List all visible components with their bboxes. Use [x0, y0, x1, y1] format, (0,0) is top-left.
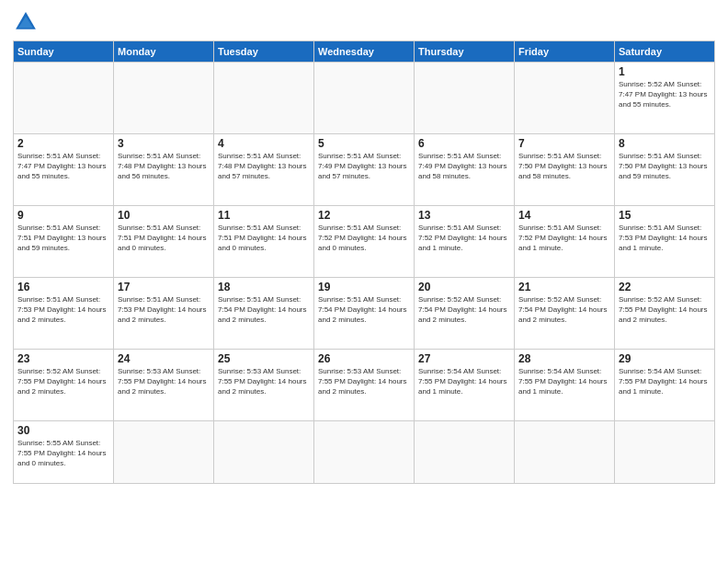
- day-info: Sunrise: 5:54 AM Sunset: 7:55 PM Dayligh…: [518, 366, 610, 397]
- calendar-cell: 19Sunrise: 5:51 AM Sunset: 7:54 PM Dayli…: [314, 278, 415, 350]
- day-info: Sunrise: 5:51 AM Sunset: 7:52 PM Dayligh…: [318, 223, 410, 254]
- calendar-table: SundayMondayTuesdayWednesdayThursdayFrid…: [13, 40, 715, 484]
- page: SundayMondayTuesdayWednesdayThursdayFrid…: [0, 0, 728, 563]
- day-number: 6: [418, 137, 510, 150]
- day-number: 29: [619, 352, 711, 365]
- day-number: 4: [218, 137, 310, 150]
- calendar-cell: 21Sunrise: 5:52 AM Sunset: 7:54 PM Dayli…: [515, 278, 615, 350]
- day-info: Sunrise: 5:51 AM Sunset: 7:53 PM Dayligh…: [619, 223, 711, 254]
- weekday-header-tuesday: Tuesday: [214, 41, 314, 63]
- calendar-cell: [214, 421, 314, 484]
- day-number: 30: [17, 424, 109, 437]
- day-info: Sunrise: 5:54 AM Sunset: 7:55 PM Dayligh…: [418, 366, 510, 397]
- day-number: 28: [518, 352, 610, 365]
- day-info: Sunrise: 5:55 AM Sunset: 7:55 PM Dayligh…: [17, 438, 109, 469]
- calendar-cell: 25Sunrise: 5:53 AM Sunset: 7:55 PM Dayli…: [214, 350, 314, 421]
- calendar-cell: 22Sunrise: 5:52 AM Sunset: 7:55 PM Dayli…: [615, 278, 715, 350]
- calendar-cell: [515, 63, 615, 134]
- day-info: Sunrise: 5:53 AM Sunset: 7:55 PM Dayligh…: [318, 366, 410, 397]
- day-number: 14: [518, 209, 610, 222]
- weekday-header-saturday: Saturday: [615, 41, 715, 63]
- weekday-header-wednesday: Wednesday: [314, 41, 415, 63]
- day-number: 27: [418, 352, 510, 365]
- calendar-cell: 4Sunrise: 5:51 AM Sunset: 7:48 PM Daylig…: [214, 134, 314, 206]
- day-number: 21: [518, 281, 610, 293]
- calendar-cell: 17Sunrise: 5:51 AM Sunset: 7:53 PM Dayli…: [114, 278, 214, 350]
- calendar-cell: 10Sunrise: 5:51 AM Sunset: 7:51 PM Dayli…: [114, 206, 214, 278]
- calendar-cell: [415, 63, 515, 134]
- logo: [13, 9, 42, 35]
- day-info: Sunrise: 5:52 AM Sunset: 7:55 PM Dayligh…: [17, 366, 109, 397]
- calendar-cell: [114, 421, 214, 484]
- logo-icon: [13, 9, 39, 35]
- calendar-cell: 15Sunrise: 5:51 AM Sunset: 7:53 PM Dayli…: [615, 206, 715, 278]
- calendar-cell: 23Sunrise: 5:52 AM Sunset: 7:55 PM Dayli…: [14, 350, 114, 421]
- calendar-cell: [314, 421, 415, 484]
- day-number: 7: [518, 137, 610, 150]
- calendar-cell: 24Sunrise: 5:53 AM Sunset: 7:55 PM Dayli…: [114, 350, 214, 421]
- day-number: 13: [418, 209, 510, 222]
- day-number: 2: [17, 137, 109, 150]
- calendar-cell: 27Sunrise: 5:54 AM Sunset: 7:55 PM Dayli…: [415, 350, 515, 421]
- day-info: Sunrise: 5:51 AM Sunset: 7:51 PM Dayligh…: [17, 223, 109, 254]
- day-info: Sunrise: 5:51 AM Sunset: 7:52 PM Dayligh…: [518, 223, 610, 254]
- weekday-header-monday: Monday: [114, 41, 214, 63]
- calendar-cell: 2Sunrise: 5:51 AM Sunset: 7:47 PM Daylig…: [14, 134, 114, 206]
- weekday-header-sunday: Sunday: [14, 41, 114, 63]
- day-info: Sunrise: 5:52 AM Sunset: 7:54 PM Dayligh…: [418, 294, 510, 326]
- calendar-cell: 16Sunrise: 5:51 AM Sunset: 7:53 PM Dayli…: [14, 278, 114, 350]
- calendar-cell: 6Sunrise: 5:51 AM Sunset: 7:49 PM Daylig…: [415, 134, 515, 206]
- calendar-cell: 3Sunrise: 5:51 AM Sunset: 7:48 PM Daylig…: [114, 134, 214, 206]
- day-number: 19: [318, 281, 410, 293]
- calendar-cell: [515, 421, 615, 484]
- day-info: Sunrise: 5:51 AM Sunset: 7:54 PM Dayligh…: [218, 294, 310, 326]
- day-info: Sunrise: 5:51 AM Sunset: 7:53 PM Dayligh…: [17, 294, 109, 326]
- day-number: 24: [118, 352, 210, 365]
- calendar-cell: 7Sunrise: 5:51 AM Sunset: 7:50 PM Daylig…: [515, 134, 615, 206]
- day-info: Sunrise: 5:51 AM Sunset: 7:51 PM Dayligh…: [118, 223, 210, 254]
- calendar-cell: 29Sunrise: 5:54 AM Sunset: 7:55 PM Dayli…: [615, 350, 715, 421]
- weekday-header-thursday: Thursday: [415, 41, 515, 63]
- day-number: 3: [118, 137, 210, 150]
- day-info: Sunrise: 5:51 AM Sunset: 7:48 PM Dayligh…: [118, 151, 210, 182]
- day-number: 9: [17, 209, 109, 222]
- calendar-cell: [114, 63, 214, 134]
- day-info: Sunrise: 5:51 AM Sunset: 7:50 PM Dayligh…: [619, 151, 711, 182]
- calendar-cell: 20Sunrise: 5:52 AM Sunset: 7:54 PM Dayli…: [415, 278, 515, 350]
- day-info: Sunrise: 5:52 AM Sunset: 7:55 PM Dayligh…: [619, 294, 711, 326]
- day-info: Sunrise: 5:51 AM Sunset: 7:53 PM Dayligh…: [118, 294, 210, 326]
- day-number: 8: [619, 137, 711, 150]
- day-number: 25: [218, 352, 310, 365]
- day-info: Sunrise: 5:51 AM Sunset: 7:51 PM Dayligh…: [218, 223, 310, 254]
- weekday-header-friday: Friday: [515, 41, 615, 63]
- day-number: 17: [118, 281, 210, 293]
- calendar-cell: 28Sunrise: 5:54 AM Sunset: 7:55 PM Dayli…: [515, 350, 615, 421]
- calendar-cell: [314, 63, 415, 134]
- day-info: Sunrise: 5:51 AM Sunset: 7:47 PM Dayligh…: [17, 151, 109, 182]
- day-info: Sunrise: 5:52 AM Sunset: 7:54 PM Dayligh…: [518, 294, 610, 326]
- day-info: Sunrise: 5:51 AM Sunset: 7:50 PM Dayligh…: [518, 151, 610, 182]
- day-info: Sunrise: 5:52 AM Sunset: 7:47 PM Dayligh…: [619, 79, 711, 110]
- day-number: 1: [619, 65, 711, 78]
- calendar-cell: [615, 421, 715, 484]
- day-info: Sunrise: 5:51 AM Sunset: 7:48 PM Dayligh…: [218, 151, 310, 182]
- calendar-cell: 26Sunrise: 5:53 AM Sunset: 7:55 PM Dayli…: [314, 350, 415, 421]
- calendar-cell: [214, 63, 314, 134]
- day-info: Sunrise: 5:51 AM Sunset: 7:52 PM Dayligh…: [418, 223, 510, 254]
- calendar-cell: 14Sunrise: 5:51 AM Sunset: 7:52 PM Dayli…: [515, 206, 615, 278]
- calendar-cell: 9Sunrise: 5:51 AM Sunset: 7:51 PM Daylig…: [14, 206, 114, 278]
- day-info: Sunrise: 5:54 AM Sunset: 7:55 PM Dayligh…: [619, 366, 711, 397]
- day-number: 23: [17, 352, 109, 365]
- calendar-cell: 1Sunrise: 5:52 AM Sunset: 7:47 PM Daylig…: [615, 63, 715, 134]
- calendar-cell: 5Sunrise: 5:51 AM Sunset: 7:49 PM Daylig…: [314, 134, 415, 206]
- calendar-cell: 30Sunrise: 5:55 AM Sunset: 7:55 PM Dayli…: [14, 421, 114, 484]
- day-number: 5: [318, 137, 410, 150]
- day-number: 26: [318, 352, 410, 365]
- day-info: Sunrise: 5:53 AM Sunset: 7:55 PM Dayligh…: [218, 366, 310, 397]
- day-number: 22: [619, 281, 711, 293]
- day-number: 16: [17, 281, 109, 293]
- day-number: 11: [218, 209, 310, 222]
- day-number: 20: [418, 281, 510, 293]
- calendar-cell: 8Sunrise: 5:51 AM Sunset: 7:50 PM Daylig…: [615, 134, 715, 206]
- day-number: 15: [619, 209, 711, 222]
